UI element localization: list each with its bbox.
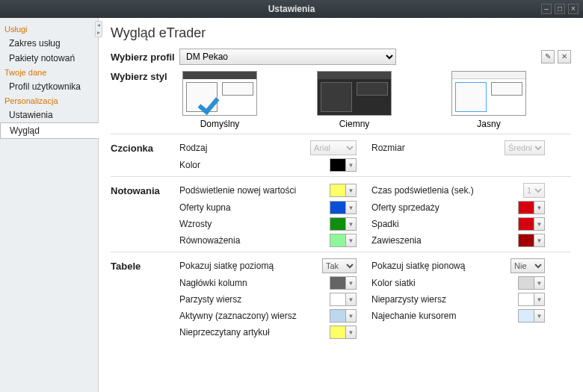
font-size-label: Rozmiar bbox=[371, 143, 499, 153]
odd-row-color-picker[interactable]: ▼ bbox=[518, 293, 545, 306]
section-font: Czcionka bbox=[111, 143, 179, 154]
titlebar: Ustawienia – □ × bbox=[0, 0, 583, 18]
delete-profile-button[interactable]: ✕ bbox=[558, 50, 571, 63]
even-row-color-picker[interactable]: ▼ bbox=[330, 293, 357, 306]
vgrid-label: Pokazuj siatkę pionową bbox=[371, 261, 499, 271]
highlight-label: Podświetlenie nowej wartości bbox=[179, 185, 310, 196]
bid-color-picker[interactable]: ▼ bbox=[330, 201, 357, 214]
up-color-picker[interactable]: ▼ bbox=[330, 217, 357, 231]
font-size-select: Średni bbox=[505, 140, 545, 155]
style-option-dark[interactable]: Ciemny bbox=[317, 71, 392, 129]
balance-color-picker[interactable]: ▼ bbox=[330, 234, 357, 247]
active-row-label: Aktywny (zaznaczony) wiersz bbox=[179, 311, 310, 321]
sidebar-collapse-handle[interactable]: ◂▸ bbox=[95, 21, 102, 37]
sidebar-item-quote-packages[interactable]: Pakiety notowań bbox=[0, 51, 98, 66]
style-label: Wybierz styl bbox=[111, 71, 179, 82]
sidebar-item-settings[interactable]: Ustawienia bbox=[0, 108, 98, 122]
profile-select[interactable]: DM Pekao bbox=[179, 49, 396, 65]
hover-row-color-picker[interactable]: ▼ bbox=[518, 309, 545, 323]
bid-label: Oferty kupna bbox=[179, 202, 310, 213]
odd-row-label: Nieparzysty wiersz bbox=[371, 294, 499, 305]
header-color-picker[interactable]: ▼ bbox=[330, 276, 357, 290]
maximize-button[interactable]: □ bbox=[555, 4, 565, 14]
sidebar-item-appearance[interactable]: Wygląd bbox=[0, 122, 99, 139]
sidebar-header-services: Usługi bbox=[0, 22, 98, 36]
style-option-light[interactable]: Jasny bbox=[451, 71, 526, 129]
chevron-down-icon: ▼ bbox=[345, 159, 356, 171]
active-row-color-picker[interactable]: ▼ bbox=[330, 309, 357, 323]
font-family-label: Rodzaj bbox=[179, 143, 310, 153]
sidebar-header-yourdata: Twoje dane bbox=[0, 66, 98, 79]
suspension-color-picker[interactable]: ▼ bbox=[518, 234, 545, 247]
profile-label: Wybierz profil bbox=[111, 52, 179, 63]
close-button[interactable]: × bbox=[568, 4, 579, 14]
hover-row-label: Najechanie kursorem bbox=[371, 311, 499, 321]
highlight-color-picker[interactable]: ▼ bbox=[330, 184, 357, 197]
down-color-picker[interactable]: ▼ bbox=[518, 217, 545, 231]
sidebar-item-user-profile[interactable]: Profil użytkownika bbox=[0, 79, 98, 94]
up-label: Wzrosty bbox=[179, 219, 310, 229]
section-quotes: Notowania bbox=[111, 185, 179, 196]
sidebar: ◂▸ Usługi Zakres usług Pakiety notowań T… bbox=[0, 18, 99, 392]
content-area: Wygląd eTrader Wybierz profil DM Pekao ✎… bbox=[99, 18, 583, 392]
minimize-button[interactable]: – bbox=[541, 4, 552, 14]
highlight-time-label: Czas podświetlenia (sek.) bbox=[371, 185, 499, 196]
down-label: Spadki bbox=[371, 219, 499, 229]
balance-label: Równoważenia bbox=[179, 235, 310, 246]
style-option-default[interactable]: Domyślny bbox=[182, 71, 257, 129]
vgrid-select[interactable]: Nie bbox=[510, 258, 545, 273]
check-icon bbox=[198, 87, 225, 109]
page-title: Wygląd eTrader bbox=[111, 25, 571, 41]
grid-color-label: Kolor siatki bbox=[371, 278, 499, 288]
sidebar-item-service-scope[interactable]: Zakres usług bbox=[0, 36, 98, 51]
hgrid-select[interactable]: Tak bbox=[322, 258, 357, 273]
grid-color-picker[interactable]: ▼ bbox=[518, 276, 545, 290]
suspension-label: Zawieszenia bbox=[371, 235, 499, 246]
font-family-select: Arial bbox=[310, 140, 357, 155]
unread-label: Nieprzeczytany artykuł bbox=[179, 327, 310, 337]
header-color-label: Nagłówki kolumn bbox=[179, 278, 310, 288]
font-color-picker[interactable]: ▼ bbox=[330, 158, 357, 172]
even-row-label: Parzysty wiersz bbox=[179, 294, 310, 305]
hgrid-label: Pokazuj siatkę poziomą bbox=[179, 261, 310, 271]
ask-label: Oferty sprzedaży bbox=[371, 202, 499, 213]
ask-color-picker[interactable]: ▼ bbox=[518, 201, 545, 214]
edit-profile-button[interactable]: ✎ bbox=[541, 50, 555, 63]
window-title: Ustawienia bbox=[0, 4, 583, 14]
highlight-time-select: 1 bbox=[523, 183, 545, 198]
font-color-label: Kolor bbox=[179, 160, 310, 170]
unread-color-picker[interactable]: ▼ bbox=[330, 326, 357, 339]
sidebar-header-personalization: Personalizacja bbox=[0, 94, 98, 108]
section-tables: Tabele bbox=[111, 261, 179, 272]
